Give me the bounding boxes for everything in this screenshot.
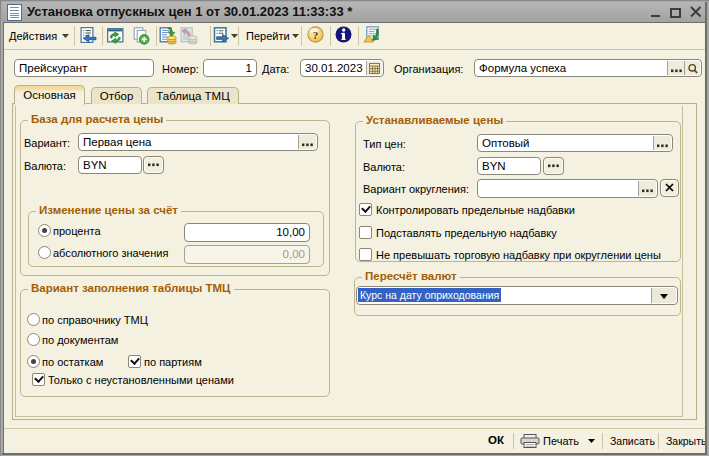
svg-text:?: ? — [313, 29, 319, 41]
